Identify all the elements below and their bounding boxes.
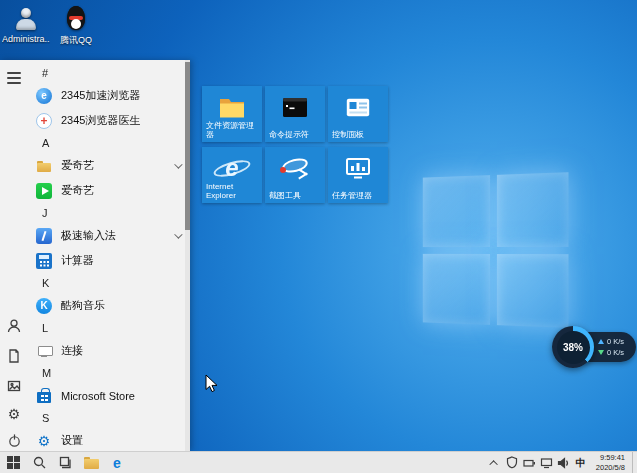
taskbar-file-explorer-button[interactable] <box>78 452 104 473</box>
app-list-header-l[interactable]: L <box>28 318 190 338</box>
app-item-connect[interactable]: 连接 <box>28 338 190 363</box>
app-list-header-s[interactable]: S <box>28 408 190 428</box>
scrollbar-thumb[interactable] <box>185 62 190 230</box>
network-tray-button[interactable] <box>538 452 555 473</box>
app-list-header-a[interactable]: A <box>28 133 190 153</box>
app-list-scrollbar[interactable] <box>185 60 190 451</box>
windows-logo-wallpaper <box>423 172 569 328</box>
desktop-icon-label: 腾讯QQ <box>60 34 92 47</box>
tile-task-manager[interactable]: 任务管理器 <box>328 147 388 203</box>
desktop-icon-label: Administra... <box>2 34 50 44</box>
settings-gear-icon: ⚙ <box>36 433 52 449</box>
taskbar-clock[interactable]: 9:59:41 2020/5/8 <box>590 452 632 473</box>
security-tray-button[interactable] <box>504 452 521 473</box>
app-folder-jisu-ime[interactable]: 极速输入法 <box>28 223 190 248</box>
taskbar-left: e <box>0 452 130 473</box>
calculator-icon <box>36 253 52 269</box>
document-icon <box>6 348 22 364</box>
tile-command-prompt[interactable]: 命令提示符 <box>265 86 325 142</box>
windows-logo-pane <box>496 254 568 328</box>
upload-speed-row: 0 K/s <box>598 338 636 346</box>
start-menu-app-list: # e 2345加速浏览器 + 2345浏览器医生 A 爱奇艺 爱奇艺 <box>28 60 190 451</box>
app-folder-iqiyi[interactable]: 爱奇艺 <box>28 153 190 178</box>
app-list-header-j[interactable]: J <box>28 203 190 223</box>
desktop-icon-administrator[interactable]: Administra... <box>2 6 50 44</box>
app-list-header-hash[interactable]: # <box>28 63 190 83</box>
app-item-iqiyi[interactable]: 爱奇艺 <box>28 178 190 203</box>
search-button[interactable] <box>26 452 52 473</box>
app-item-2345-browser-doctor[interactable]: + 2345浏览器医生 <box>28 108 190 133</box>
start-button[interactable] <box>0 452 26 473</box>
hidden-icons-caret-button[interactable] <box>487 452 504 473</box>
windows-logo-pane <box>496 172 568 246</box>
documents-button[interactable] <box>0 342 28 370</box>
command-prompt-icon <box>265 91 325 123</box>
task-view-button[interactable] <box>52 452 78 473</box>
internet-explorer-icon: e <box>202 152 262 184</box>
chevron-down-icon <box>174 160 182 168</box>
power-button[interactable] <box>0 426 28 454</box>
chevron-down-icon <box>174 230 182 238</box>
task-view-icon <box>59 456 72 469</box>
windows-logo-icon <box>7 456 20 469</box>
speed-percent: 38% <box>557 331 590 364</box>
app-item-calculator[interactable]: 计算器 <box>28 248 190 273</box>
shield-icon <box>506 456 518 469</box>
folder-icon <box>84 457 99 469</box>
download-arrow-icon <box>598 350 604 355</box>
volume-icon <box>557 457 570 469</box>
folder-icon <box>36 158 52 174</box>
connect-icon <box>36 343 52 359</box>
upload-speed-value: 0 K/s <box>607 338 624 346</box>
pictures-button[interactable] <box>0 372 28 400</box>
tile-file-explorer[interactable]: 文件资源管理器 <box>202 86 262 142</box>
2345-speed-browser-icon: e <box>36 88 52 104</box>
administrator-icon <box>13 6 39 32</box>
start-menu-tiles: 文件资源管理器 命令提示符 控制面板 e Internet Explorer <box>202 86 388 203</box>
kugou-icon: K <box>36 298 52 314</box>
battery-icon <box>523 457 536 469</box>
file-explorer-icon <box>202 91 262 123</box>
tile-control-panel[interactable]: 控制面板 <box>328 86 388 142</box>
upload-arrow-icon <box>598 339 604 344</box>
desktop-screen: Administra... 腾讯QQ <box>0 0 637 473</box>
system-tray: 中 9:59:41 2020/5/8 <box>487 452 637 473</box>
show-desktop-button[interactable] <box>632 452 637 473</box>
settings-button[interactable]: ⚙ <box>0 400 28 428</box>
start-menu-rail: ⚙ <box>0 60 28 451</box>
gear-icon: ⚙ <box>8 407 21 421</box>
pictures-icon <box>6 378 22 394</box>
2345-browser-doctor-icon: + <box>36 113 52 129</box>
network-speed-widget[interactable]: 0 K/s 0 K/s 38% <box>552 326 636 368</box>
tile-snipping-tool[interactable]: 截图工具 <box>265 147 325 203</box>
browser-e-icon: e <box>113 456 121 470</box>
snipping-tool-icon <box>265 152 325 184</box>
hamburger-icon <box>7 72 21 84</box>
windows-logo-pane <box>423 175 490 246</box>
clock-date: 2020/5/8 <box>596 463 625 473</box>
taskbar-browser-button[interactable]: e <box>104 452 130 473</box>
user-icon <box>6 318 22 334</box>
taskbar: e <box>0 451 637 473</box>
user-account-button[interactable] <box>0 312 28 340</box>
app-item-microsoft-store[interactable]: Microsoft Store <box>28 383 190 408</box>
battery-tray-button[interactable] <box>521 452 538 473</box>
app-list-header-k[interactable]: K <box>28 273 190 293</box>
search-icon <box>33 456 46 469</box>
hamburger-menu-button[interactable] <box>0 64 28 92</box>
clock-time: 9:59:41 <box>600 453 625 463</box>
app-item-settings[interactable]: ⚙ 设置 <box>28 428 190 451</box>
tile-internet-explorer[interactable]: e Internet Explorer <box>202 147 262 203</box>
input-method-indicator[interactable]: 中 <box>572 452 590 473</box>
network-icon <box>540 457 553 469</box>
app-item-kugou-music[interactable]: K 酷狗音乐 <box>28 293 190 318</box>
task-manager-icon <box>328 152 388 184</box>
caret-up-icon <box>490 460 498 468</box>
control-panel-icon <box>328 91 388 123</box>
app-item-2345-speed-browser[interactable]: e 2345加速浏览器 <box>28 83 190 108</box>
desktop-icon-qq[interactable]: 腾讯QQ <box>52 6 100 47</box>
download-speed-row: 0 K/s <box>598 349 636 357</box>
speed-ring[interactable]: 38% <box>552 326 594 368</box>
app-list-header-m[interactable]: M <box>28 363 190 383</box>
volume-tray-button[interactable] <box>555 452 572 473</box>
